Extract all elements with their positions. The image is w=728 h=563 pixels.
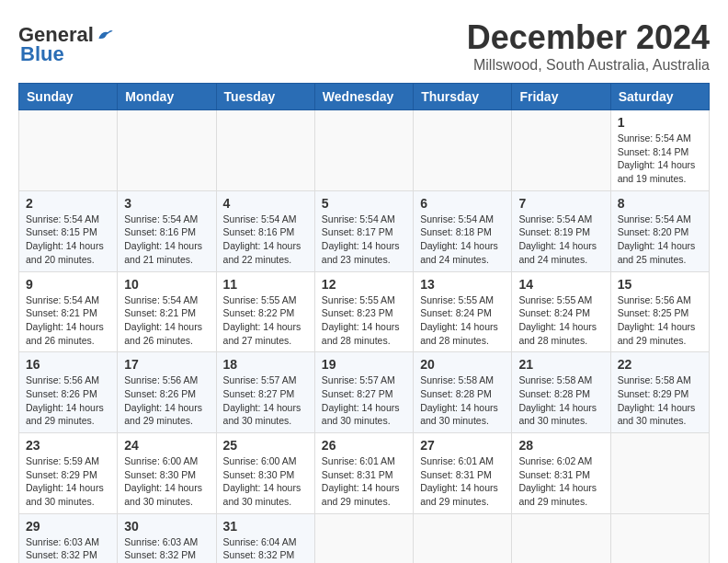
day-cell-17: 17 Sunrise: 5:56 AMSunset: 8:26 PMDaylig… [118,352,216,433]
calendar-table: Sunday Monday Tuesday Wednesday Thursday… [18,83,710,563]
calendar-header-row: Sunday Monday Tuesday Wednesday Thursday… [19,84,710,110]
week-row-5: 23 Sunrise: 5:59 AMSunset: 8:29 PMDaylig… [19,433,710,514]
day-info: Sunrise: 5:56 AMSunset: 8:26 PMDaylight:… [124,373,209,428]
day-cell-21: 21 Sunrise: 5:58 AMSunset: 8:28 PMDaylig… [512,352,610,433]
day-info: Sunrise: 5:54 AMSunset: 8:20 PMDaylight:… [618,213,702,267]
empty-cell [610,513,709,563]
empty-cell [610,433,709,514]
day-cell-18: 18 Sunrise: 5:57 AMSunset: 8:27 PMDaylig… [216,352,314,433]
day-number: 18 [223,357,308,372]
day-info: Sunrise: 5:57 AMSunset: 8:27 PMDaylight:… [322,373,406,428]
day-number: 30 [124,519,209,534]
col-monday: Monday [118,84,216,110]
logo: General Blue [18,23,114,66]
day-number: 20 [420,357,505,372]
day-info: Sunrise: 5:54 AMSunset: 8:19 PMDaylight:… [518,213,603,267]
empty-cell [314,110,413,191]
day-number: 2 [26,196,110,211]
day-number: 25 [223,438,308,453]
day-cell-20: 20 Sunrise: 5:58 AMSunset: 8:28 PMDaylig… [414,352,512,433]
day-number: 27 [420,438,505,453]
week-row-6: 29 Sunrise: 6:03 AMSunset: 8:32 PMDaylig… [19,513,710,563]
day-cell-3: 3 Sunrise: 5:54 AMSunset: 8:16 PMDayligh… [118,190,216,271]
day-number: 4 [223,196,308,211]
empty-cell [512,513,610,563]
day-info: Sunrise: 5:58 AMSunset: 8:28 PMDaylight:… [518,373,603,428]
day-cell-25: 25 Sunrise: 6:00 AMSunset: 8:30 PMDaylig… [216,433,314,514]
week-row-1: 1 Sunrise: 5:54 AMSunset: 8:14 PMDayligh… [19,110,710,191]
day-number: 19 [322,357,406,372]
col-saturday: Saturday [610,84,709,110]
empty-cell [512,110,610,191]
day-info: Sunrise: 6:03 AMSunset: 8:32 PMDaylight:… [26,535,110,563]
day-cell-12: 12 Sunrise: 5:55 AMSunset: 8:23 PMDaylig… [314,271,413,352]
day-info: Sunrise: 5:56 AMSunset: 8:26 PMDaylight:… [26,373,110,428]
day-cell-23: 23 Sunrise: 5:59 AMSunset: 8:29 PMDaylig… [19,433,118,514]
day-number: 16 [26,357,110,372]
day-info: Sunrise: 5:54 AMSunset: 8:17 PMDaylight:… [322,213,406,267]
day-number: 1 [618,115,702,130]
day-cell-31: 31 Sunrise: 6:04 AMSunset: 8:32 PMDaylig… [216,513,314,563]
col-sunday: Sunday [19,84,118,110]
day-cell-7: 7 Sunrise: 5:54 AMSunset: 8:19 PMDayligh… [512,190,610,271]
day-cell-15: 15 Sunrise: 5:56 AMSunset: 8:25 PMDaylig… [610,271,709,352]
day-number: 17 [124,357,209,372]
day-info: Sunrise: 5:59 AMSunset: 8:29 PMDaylight:… [26,454,110,509]
col-thursday: Thursday [414,84,512,110]
page-header: General Blue December 2024 Millswood, So… [18,18,710,74]
day-info: Sunrise: 5:58 AMSunset: 8:28 PMDaylight:… [420,373,505,428]
week-row-2: 2 Sunrise: 5:54 AMSunset: 8:15 PMDayligh… [19,190,710,271]
day-info: Sunrise: 5:55 AMSunset: 8:22 PMDaylight:… [223,293,308,348]
title-block: December 2024 Millswood, South Australia… [467,18,710,74]
empty-cell [414,513,512,563]
day-number: 9 [26,277,110,292]
day-number: 3 [124,196,209,211]
day-number: 28 [518,438,603,453]
empty-cell [216,110,314,191]
day-cell-9: 9 Sunrise: 5:54 AMSunset: 8:21 PMDayligh… [19,271,118,352]
subtitle: Millswood, South Australia, Australia [467,57,710,74]
col-friday: Friday [512,84,610,110]
day-info: Sunrise: 5:55 AMSunset: 8:24 PMDaylight:… [518,293,603,348]
empty-cell [118,110,216,191]
day-info: Sunrise: 5:54 AMSunset: 8:14 PMDaylight:… [618,132,702,186]
day-info: Sunrise: 5:57 AMSunset: 8:27 PMDaylight:… [223,373,308,428]
empty-cell [314,513,413,563]
day-number: 5 [322,196,406,211]
day-cell-27: 27 Sunrise: 6:01 AMSunset: 8:31 PMDaylig… [414,433,512,514]
week-row-4: 16 Sunrise: 5:56 AMSunset: 8:26 PMDaylig… [19,352,710,433]
day-cell-8: 8 Sunrise: 5:54 AMSunset: 8:20 PMDayligh… [610,190,709,271]
day-info: Sunrise: 6:00 AMSunset: 8:30 PMDaylight:… [124,454,209,509]
day-info: Sunrise: 5:54 AMSunset: 8:16 PMDaylight:… [223,213,308,267]
day-info: Sunrise: 5:54 AMSunset: 8:16 PMDaylight:… [124,213,209,267]
day-info: Sunrise: 5:55 AMSunset: 8:23 PMDaylight:… [322,293,406,348]
day-info: Sunrise: 5:54 AMSunset: 8:18 PMDaylight:… [420,213,505,267]
day-number: 8 [618,196,702,211]
day-cell-19: 19 Sunrise: 5:57 AMSunset: 8:27 PMDaylig… [314,352,413,433]
day-number: 29 [26,519,110,534]
day-cell-2: 2 Sunrise: 5:54 AMSunset: 8:15 PMDayligh… [19,190,118,271]
day-info: Sunrise: 6:00 AMSunset: 8:30 PMDaylight:… [223,454,308,509]
day-cell-22: 22 Sunrise: 5:58 AMSunset: 8:29 PMDaylig… [610,352,709,433]
day-number: 13 [420,277,505,292]
day-cell-24: 24 Sunrise: 6:00 AMSunset: 8:30 PMDaylig… [118,433,216,514]
logo-bird-icon [96,27,114,43]
day-info: Sunrise: 6:03 AMSunset: 8:32 PMDaylight:… [124,535,209,563]
day-info: Sunrise: 5:55 AMSunset: 8:24 PMDaylight:… [420,293,505,348]
day-cell-29: 29 Sunrise: 6:03 AMSunset: 8:32 PMDaylig… [19,513,118,563]
day-info: Sunrise: 5:56 AMSunset: 8:25 PMDaylight:… [618,293,702,348]
day-cell-5: 5 Sunrise: 5:54 AMSunset: 8:17 PMDayligh… [314,190,413,271]
day-info: Sunrise: 6:01 AMSunset: 8:31 PMDaylight:… [322,454,406,509]
week-row-3: 9 Sunrise: 5:54 AMSunset: 8:21 PMDayligh… [19,271,710,352]
day-cell-6: 6 Sunrise: 5:54 AMSunset: 8:18 PMDayligh… [414,190,512,271]
day-number: 10 [124,277,209,292]
day-info: Sunrise: 6:04 AMSunset: 8:32 PMDaylight:… [223,535,308,563]
day-cell-11: 11 Sunrise: 5:55 AMSunset: 8:22 PMDaylig… [216,271,314,352]
day-cell-26: 26 Sunrise: 6:01 AMSunset: 8:31 PMDaylig… [314,433,413,514]
day-number: 7 [518,196,603,211]
day-number: 12 [322,277,406,292]
empty-cell [414,110,512,191]
day-info: Sunrise: 5:54 AMSunset: 8:21 PMDaylight:… [26,293,110,348]
day-cell-4: 4 Sunrise: 5:54 AMSunset: 8:16 PMDayligh… [216,190,314,271]
day-number: 21 [518,357,603,372]
